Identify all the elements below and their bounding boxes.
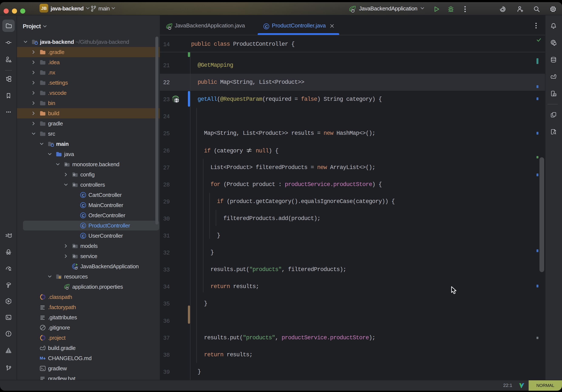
svg-text:C: C xyxy=(82,224,85,228)
svg-text:M: M xyxy=(40,356,43,360)
svg-text:C: C xyxy=(82,193,85,198)
svg-text:C: C xyxy=(82,203,85,208)
svg-text:C: C xyxy=(82,214,85,218)
svg-text:C: C xyxy=(82,234,85,238)
svg-text:C: C xyxy=(265,24,268,29)
